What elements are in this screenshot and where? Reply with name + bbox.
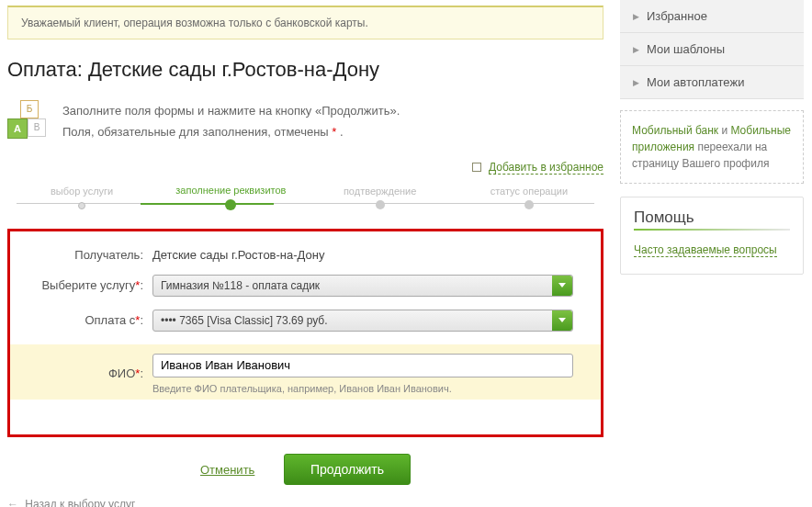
arrow-left-icon: ←: [7, 498, 18, 507]
service-label: Выберите услугу*:: [38, 278, 152, 292]
payment-form: Получатель: Детские сады г.Ростов-на-Дон…: [7, 229, 603, 437]
sidebar-note: Мобильный банк и Мобильные приложения пе…: [620, 110, 804, 184]
fio-label: ФИО*:: [38, 366, 152, 380]
checkbox-icon: [472, 163, 481, 172]
recipient-value: Детские сады г.Ростов-на-Дону: [152, 248, 573, 262]
chevron-down-icon: [552, 310, 572, 331]
fio-input[interactable]: [152, 354, 573, 377]
page-title: Оплата: Детские сады г.Ростов-на-Дону: [7, 58, 603, 82]
form-icon: Б А В: [7, 100, 46, 139]
triangle-right-icon: ▶: [633, 9, 639, 24]
triangle-right-icon: ▶: [633, 75, 639, 90]
faq-link[interactable]: Часто задаваемые вопросы: [634, 243, 777, 257]
chevron-down-icon: [552, 276, 572, 296]
back-link[interactable]: Назад к выбору услуг: [25, 498, 135, 507]
warning-banner: Уважаемый клиент, операция возможна толь…: [7, 6, 603, 39]
mobile-bank-link[interactable]: Мобильный банк: [632, 124, 718, 137]
progress-steps: выбор услуги заполнение реквизитов подтв…: [7, 185, 603, 212]
payfrom-select[interactable]: •••• 7365 [Visa Classic] 73.69 руб.: [152, 310, 573, 332]
help-box: Помощь Часто задаваемые вопросы: [620, 197, 804, 275]
fio-hint: Введите ФИО плательщика, например, Ивано…: [152, 383, 573, 394]
help-title: Помощь: [634, 208, 790, 227]
instructions: Заполните поля формы и нажмите на кнопку…: [62, 100, 400, 143]
add-favorite-link[interactable]: Добавить в избранное: [489, 161, 603, 175]
cancel-button[interactable]: Отменить: [200, 463, 254, 477]
recipient-label: Получатель:: [38, 248, 152, 262]
continue-button[interactable]: Продолжить: [284, 454, 411, 485]
triangle-right-icon: ▶: [633, 42, 639, 57]
payfrom-label: Оплата с*:: [38, 313, 152, 327]
service-select[interactable]: Гимназия №118 - оплата садик: [152, 275, 573, 297]
sidebar-item-autopay[interactable]: ▶Мои автоплатежи: [620, 66, 804, 99]
sidebar-item-favorites[interactable]: ▶Избранное: [620, 0, 804, 33]
sidebar-item-templates[interactable]: ▶Мои шаблоны: [620, 33, 804, 66]
